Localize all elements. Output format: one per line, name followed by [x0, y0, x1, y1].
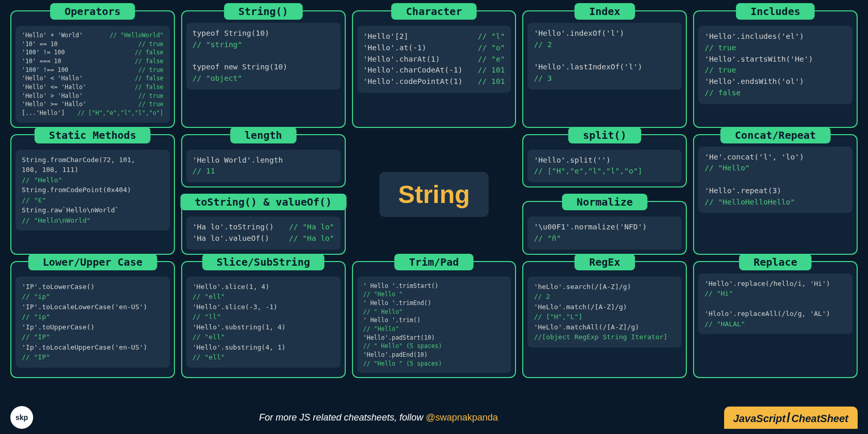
code-split: 'Hello'.split('')// ["H","e","l","l","o"… [527, 150, 682, 183]
card-includes: Includes 'Hello'.includes('el')// true'H… [693, 10, 858, 128]
title-includes: Includes [736, 3, 815, 20]
footer-brand: JavaScript/CheatSheet [724, 407, 858, 429]
footer-text: For more JS related cheatsheets, follow … [259, 412, 498, 423]
code-character: 'Hello'[2]// "l"'Hello'.at(-1)// "o"'Hel… [357, 26, 511, 93]
card-operators: Operators 'Hello' + 'World'// "HelloWorl… [10, 10, 175, 128]
card-case: Lower/Upper Case 'IP'.toLowerCase()// "i… [10, 261, 175, 379]
title-index: Index [575, 3, 635, 20]
card-concat: Concat/Repeat 'He'.concat('l', 'lo')// "… [693, 134, 858, 255]
card-string: String() typeof String(10)// "string" ty… [181, 10, 346, 128]
code-slice: 'Hello'.slice(1, 4)// "ell"'Hello'.slice… [186, 277, 341, 368]
code-static: String.fromCharCode(72, 101, 108, 108, 1… [16, 150, 170, 231]
title-case: Lower/Upper Case [28, 254, 157, 270]
code-case: 'IP'.toLowerCase()// "ip"'IP'.toLocaleLo… [16, 277, 170, 368]
card-regex: RegEx 'heLlo'.search(/[A-Z]/g)// 2'HeLlo… [522, 261, 687, 379]
code-replace: 'Hello'.replace(/hello/i, 'Hi')// "Hi" '… [698, 273, 852, 335]
code-normalize: '\u00F1'.normalize('NFD')// "ñ" [527, 216, 682, 250]
title-slice: Slice/SubString [202, 254, 325, 270]
center-badge: String [352, 134, 517, 255]
card-replace: Replace 'Hello'.replace(/hello/i, 'Hi')/… [693, 261, 858, 379]
title-replace: Replace [739, 254, 812, 270]
card-length: length 'Hello World'.length// 11 [181, 134, 346, 188]
title-trim: Trim/Pad [394, 254, 473, 270]
card-tostring: toString() & valueOf() 'Ha lo'.toString(… [181, 201, 346, 255]
code-trim: ' Hello '.trimStart()// "Hello "' Hello … [357, 277, 511, 373]
code-includes: 'Hello'.includes('el')// true'Hello'.sta… [698, 26, 852, 104]
card-normalize: Normalize '\u00F1'.normalize('NFD')// "ñ… [522, 201, 687, 255]
card-slice: Slice/SubString 'Hello'.slice(1, 4)// "e… [181, 261, 346, 379]
title-operators: Operators [50, 3, 135, 20]
title-tostring: toString() & valueOf() [180, 194, 346, 210]
title-static: Static Methods [35, 127, 151, 143]
code-regex: 'heLlo'.search(/[A-Z]/g)// 2'HeLlo'.matc… [527, 277, 682, 348]
code-length: 'Hello World'.length// 11 [186, 150, 341, 183]
card-split: split() 'Hello'.split('')// ["H","e","l"… [522, 134, 687, 188]
title-character: Character [391, 3, 476, 20]
title-split: split() [568, 127, 641, 143]
card-trim: Trim/Pad ' Hello '.trimStart()// "Hello … [352, 261, 517, 379]
main-topic: String [398, 180, 470, 209]
card-character: Character 'Hello'[2]// "l"'Hello'.at(-1)… [352, 10, 517, 128]
code-index: 'Hello'.indexOf('l')// 2 'Hello'.lastInd… [527, 23, 682, 90]
code-operators: 'Hello' + 'World'// "HelloWorld"'10' == … [16, 26, 170, 123]
code-tostring: 'Ha lo'.toString()// "Ha lo"'Ha lo'.valu… [186, 216, 341, 250]
title-regex: RegEx [575, 254, 635, 270]
title-length: length [230, 127, 297, 143]
code-concat: 'He'.concat('l', 'lo')// "Hello" 'Hello'… [698, 147, 852, 213]
card-static: Static Methods String.fromCharCode(72, 1… [10, 134, 175, 255]
code-string: typeof String(10)// "string" typeof new … [186, 23, 341, 90]
card-index: Index 'Hello'.indexOf('l')// 2 'Hello'.l… [522, 10, 687, 128]
logo: skp [10, 406, 33, 429]
title-concat: Concat/Repeat [720, 127, 831, 143]
title-normalize: Normalize [562, 194, 647, 210]
title-string: String() [224, 3, 303, 20]
footer: skp For more JS related cheatsheets, fol… [0, 401, 868, 434]
footer-handle: @swapnakpanda [426, 412, 498, 423]
